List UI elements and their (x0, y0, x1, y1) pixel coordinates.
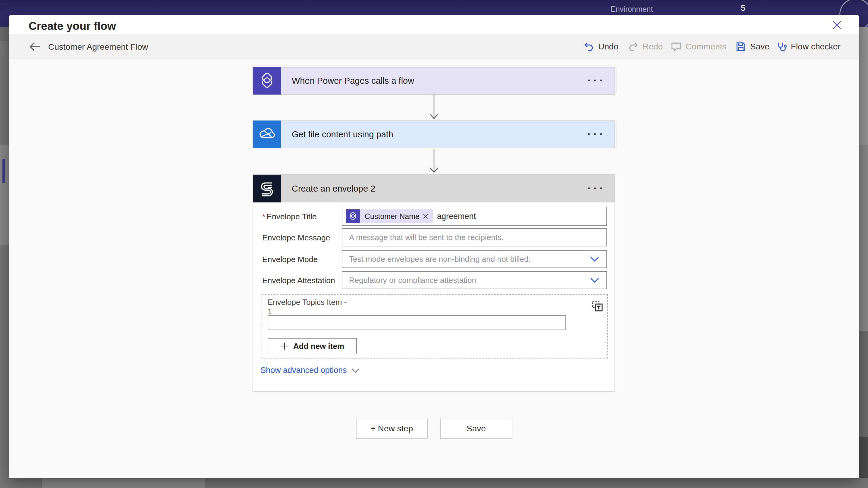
notification-count: 5 (741, 4, 745, 13)
power-pages-icon (253, 67, 281, 95)
token-remove-icon[interactable] (423, 213, 429, 219)
dynamic-content-token[interactable]: Customer Name (346, 209, 433, 223)
switch-to-text-mode-icon[interactable] (591, 300, 603, 312)
envelope-attestation-combobox[interactable] (342, 271, 607, 289)
redo-button[interactable]: Redo (628, 34, 663, 59)
trigger-card-title: When Power Pages calls a flow (281, 76, 587, 86)
show-advanced-options-link[interactable]: Show advanced options (260, 366, 360, 375)
dimmed-block (859, 27, 868, 144)
undo-icon (584, 41, 594, 52)
envelope-card-menu[interactable]: ··· (587, 175, 615, 202)
plus-icon (280, 342, 289, 350)
envelope-message-label: Envelope Message (262, 233, 330, 242)
dimmed-right-edge (859, 27, 868, 488)
docusign-icon (253, 175, 281, 202)
envelope-topics-label: Envelope Topics Item - 1 (268, 298, 349, 316)
back-arrow-icon[interactable] (28, 40, 41, 54)
chevron-down-icon[interactable] (590, 278, 599, 283)
envelope-title-field[interactable]: Customer Name agreement (342, 207, 607, 226)
chevron-down-icon[interactable] (590, 256, 599, 262)
connector-arrow (428, 149, 440, 173)
required-asterisk: * (262, 212, 265, 221)
designer-toolbar: Customer Agreement Flow Undo Redo Commen… (9, 34, 859, 59)
envelope-mode-combobox[interactable] (342, 250, 607, 268)
envelope-topic-item-input[interactable] (268, 315, 566, 330)
action-card-create-envelope: Create an envelope 2 ··· *Envelope Title (253, 174, 615, 392)
action-card-get-file[interactable]: Get file content using path ··· (253, 121, 615, 148)
save-floppy-icon (735, 41, 746, 52)
rail-selection-indicator (2, 159, 5, 183)
dimmed-block (859, 331, 868, 437)
add-new-item-button[interactable]: Add new item (268, 338, 357, 354)
trigger-card-power-pages[interactable]: When Power Pages calls a flow ··· (253, 67, 615, 95)
envelope-card-header[interactable]: Create an envelope 2 ··· (253, 175, 615, 202)
dimmed-block (42, 478, 205, 488)
dimmed-left-rail (0, 27, 9, 488)
create-flow-dialog: Create your flow Customer Agreement Flow… (9, 15, 859, 478)
dialog-title: Create your flow (29, 20, 116, 33)
power-pages-token-icon (346, 209, 360, 223)
new-step-button[interactable]: + New step (356, 419, 428, 438)
save-button[interactable]: Save (735, 34, 770, 59)
trigger-card-menu[interactable]: ··· (587, 67, 615, 95)
token-label: Customer Name (360, 212, 423, 221)
envelope-topics-group: Envelope Topics Item - 1 Add new item (261, 294, 608, 358)
flow-save-button[interactable]: Save (440, 419, 513, 438)
stethoscope-icon (775, 41, 787, 53)
envelope-title-label: *Envelope Title (262, 212, 317, 221)
undo-button[interactable]: Undo (584, 34, 618, 59)
flow-checker-button[interactable]: Flow checker (775, 34, 841, 59)
comments-button[interactable]: Comments (670, 34, 726, 59)
envelope-attestation-label: Envelope Attestation (262, 276, 335, 285)
action-card-menu[interactable]: ··· (587, 121, 615, 148)
chevron-down-icon (351, 368, 360, 373)
environment-label: Environment (611, 5, 653, 13)
redo-icon (628, 41, 639, 52)
onedrive-icon (253, 121, 281, 148)
dimmed-block (0, 27, 9, 41)
flow-name: Customer Agreement Flow (48, 42, 148, 52)
envelope-mode-label: Envelope Mode (262, 255, 318, 264)
action-card-title: Get file content using path (281, 130, 587, 139)
dimmed-bottom-edge (0, 478, 868, 488)
envelope-message-input[interactable] (342, 228, 607, 247)
connector-arrow (428, 95, 440, 120)
close-icon[interactable] (832, 20, 842, 30)
envelope-card-title: Create an envelope 2 (281, 184, 587, 194)
envelope-title-text: agreement (437, 212, 476, 221)
flow-canvas: When Power Pages calls a flow ··· Get fi… (9, 59, 859, 478)
comment-bubble-icon (670, 41, 682, 53)
